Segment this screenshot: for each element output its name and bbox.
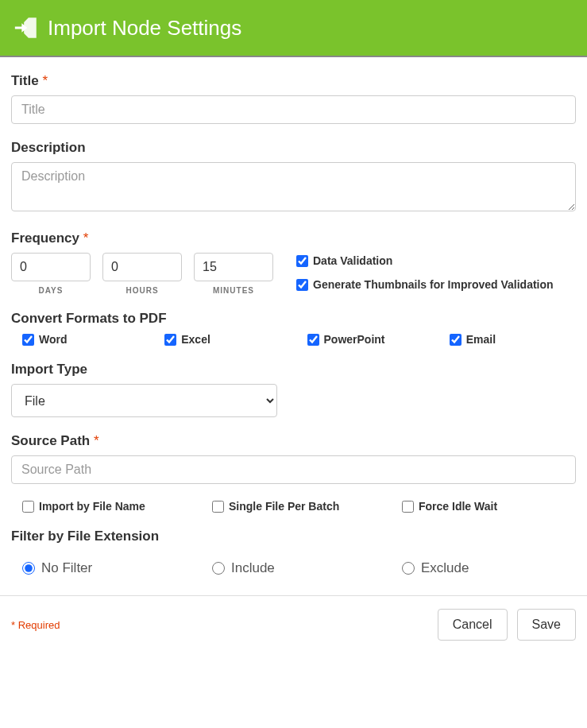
filter-radio-row: No Filter Include Exclude (11, 551, 576, 576)
dialog-footer: * Required Cancel Save (0, 595, 587, 653)
word-checkbox[interactable] (22, 334, 34, 346)
description-field-group: Description (11, 140, 576, 215)
frequency-inputs: DAYS HOURS MINUTES (11, 253, 273, 295)
convert-formats-label: Convert Formats to PDF (11, 311, 576, 327)
required-star: * (83, 230, 89, 246)
include-radio[interactable] (212, 562, 225, 575)
exclude-text: Exclude (421, 560, 469, 576)
footer-buttons: Cancel Save (438, 609, 576, 641)
import-type-group: Import Type File (11, 362, 576, 417)
days-input[interactable] (11, 253, 91, 281)
filter-extension-group: Filter by File Extension No Filter Inclu… (11, 529, 576, 576)
powerpoint-text: PowerPoint (324, 333, 385, 346)
gen-thumbnails-checkbox[interactable] (296, 279, 308, 291)
word-text: Word (39, 333, 68, 346)
no-filter-option[interactable]: No Filter (22, 560, 196, 576)
filter-extension-label: Filter by File Extension (11, 529, 576, 544)
source-path-input[interactable] (11, 455, 576, 484)
no-filter-text: No Filter (41, 560, 92, 576)
import-type-select[interactable]: File (11, 384, 277, 417)
minutes-group: MINUTES (194, 253, 273, 295)
data-validation-text: Data Validation (313, 254, 392, 267)
force-idle-checkbox[interactable] (402, 501, 414, 513)
excel-checkbox[interactable] (164, 334, 176, 346)
exclude-option[interactable]: Exclude (402, 560, 576, 576)
import-type-label: Import Type (11, 362, 576, 378)
title-label-text: Title (11, 73, 39, 88)
import-options-row: Import by File Name Single File Per Batc… (11, 500, 576, 513)
gen-thumbnails-option[interactable]: Generate Thumbnails for Improved Validat… (296, 278, 554, 291)
convert-formats-group: Convert Formats to PDF Word Excel PowerP… (11, 311, 576, 346)
formats-row: Word Excel PowerPoint Email (11, 333, 576, 346)
description-textarea[interactable] (11, 162, 576, 211)
powerpoint-checkbox[interactable] (307, 334, 319, 346)
dialog-header: Import Node Settings (0, 0, 587, 57)
frequency-field-group: Frequency * DAYS HOURS MINUTES (11, 230, 576, 295)
word-option[interactable]: Word (22, 333, 149, 346)
days-unit: DAYS (39, 286, 64, 295)
excel-option[interactable]: Excel (164, 333, 291, 346)
include-text: Include (231, 560, 275, 576)
frequency-label: Frequency * (11, 230, 576, 246)
title-input[interactable] (11, 95, 576, 124)
save-button[interactable]: Save (517, 609, 576, 641)
data-validation-checkbox[interactable] (296, 255, 308, 267)
excel-text: Excel (181, 333, 210, 346)
powerpoint-option[interactable]: PowerPoint (307, 333, 434, 346)
required-note: * Required (11, 619, 60, 631)
form-body: Title * Description Frequency * DAYS HOU… (0, 57, 587, 576)
title-field-group: Title * (11, 73, 576, 124)
required-star: * (42, 73, 48, 88)
data-validation-option[interactable]: Data Validation (296, 254, 554, 267)
import-by-filename-option[interactable]: Import by File Name (22, 500, 196, 513)
dialog-title: Import Node Settings (48, 16, 241, 41)
force-idle-option[interactable]: Force Idle Wait (402, 500, 576, 513)
cancel-button[interactable]: Cancel (438, 609, 508, 641)
frequency-checks: Data Validation Generate Thumbnails for … (296, 253, 554, 291)
import-icon (13, 14, 40, 41)
email-text: Email (466, 333, 496, 346)
hours-group: HOURS (102, 253, 182, 295)
force-idle-text: Force Idle Wait (419, 500, 497, 513)
source-path-group: Source Path * (11, 433, 576, 484)
hours-input[interactable] (102, 253, 182, 281)
single-file-option[interactable]: Single File Per Batch (212, 500, 386, 513)
source-path-label-text: Source Path (11, 433, 90, 448)
days-group: DAYS (11, 253, 91, 295)
required-star: * (94, 433, 99, 448)
description-label: Description (11, 140, 576, 156)
include-option[interactable]: Include (212, 560, 386, 576)
hours-unit: HOURS (126, 286, 158, 295)
minutes-input[interactable] (194, 253, 273, 281)
email-checkbox[interactable] (450, 334, 461, 346)
no-filter-radio[interactable] (22, 562, 35, 575)
minutes-unit: MINUTES (213, 286, 254, 295)
import-options-group: Import by File Name Single File Per Batc… (11, 500, 576, 513)
frequency-label-text: Frequency (11, 230, 79, 246)
single-file-checkbox[interactable] (212, 501, 224, 513)
email-option[interactable]: Email (450, 333, 576, 346)
single-file-text: Single File Per Batch (229, 500, 339, 513)
gen-thumbnails-text: Generate Thumbnails for Improved Validat… (313, 278, 554, 291)
exclude-radio[interactable] (402, 562, 415, 575)
import-by-filename-checkbox[interactable] (22, 501, 34, 513)
frequency-row: DAYS HOURS MINUTES Data Validation (11, 253, 576, 295)
import-by-filename-text: Import by File Name (39, 500, 145, 513)
title-label: Title * (11, 73, 576, 89)
source-path-label: Source Path * (11, 433, 576, 449)
